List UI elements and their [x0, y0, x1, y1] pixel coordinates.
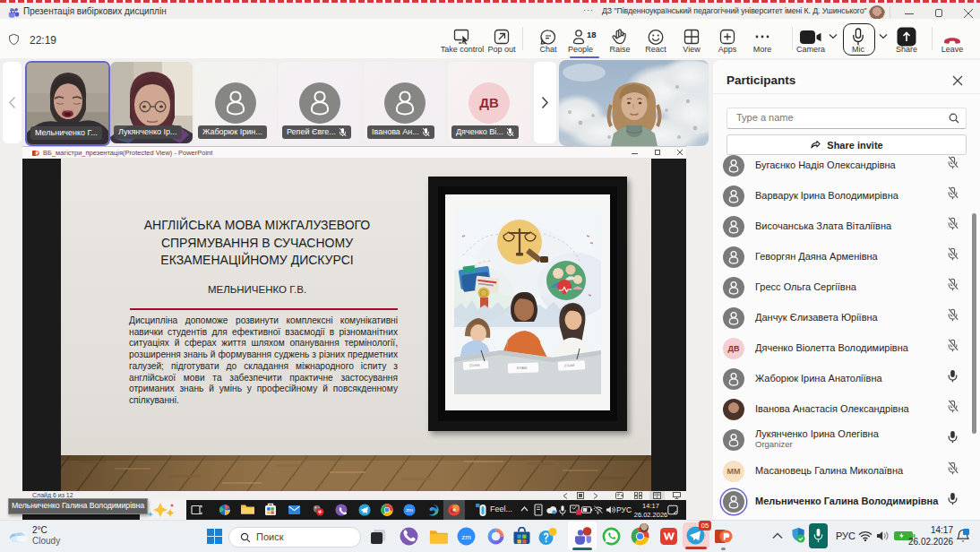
svg-text:i: i: [554, 511, 554, 514]
svg-text:zm: zm: [406, 507, 413, 513]
svg-text:zm: zm: [461, 533, 471, 541]
svg-text:EXAM: EXAM: [564, 363, 575, 368]
svg-text:EXAM: EXAM: [469, 363, 480, 368]
svg-text:18: 18: [587, 30, 597, 39]
svg-text:EXAM: EXAM: [517, 366, 527, 370]
